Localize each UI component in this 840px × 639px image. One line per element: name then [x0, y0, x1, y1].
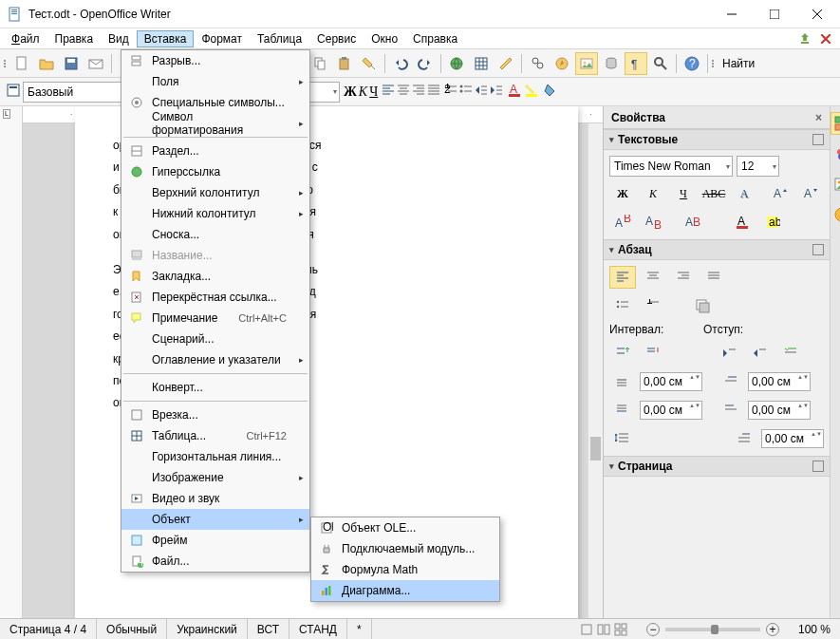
pa-numbering[interactable]: 1: [640, 294, 666, 317]
menu-window[interactable]: Окно: [364, 30, 405, 47]
menu-table[interactable]: Таблица: [250, 30, 309, 47]
inc-spacing-button[interactable]: [609, 342, 636, 365]
pa-bgcolor[interactable]: [689, 294, 716, 317]
mi-bookmark[interactable]: Закладка...: [121, 266, 309, 287]
mi-ole[interactable]: OLEОбъект OLE...: [311, 517, 499, 538]
mi-script[interactable]: Сценарий...: [121, 329, 309, 349]
pa-right[interactable]: [670, 266, 697, 289]
sidebar-highlight-button[interactable]: ab: [759, 211, 786, 234]
email-button[interactable]: [84, 52, 107, 75]
mi-footer[interactable]: Нижний колонтитул▸: [121, 203, 309, 224]
datasources-button[interactable]: [600, 52, 623, 75]
menu-format[interactable]: Формат: [194, 30, 250, 47]
align-center-button[interactable]: [397, 84, 410, 100]
vertical-scrollbar[interactable]: [588, 123, 603, 618]
status-selection[interactable]: СТАНД: [289, 619, 347, 639]
mi-caption[interactable]: Название...: [121, 245, 309, 266]
align-left-button[interactable]: [382, 84, 395, 100]
italic-button[interactable]: К: [359, 85, 367, 100]
maximize-button[interactable]: [753, 1, 795, 28]
indent-left-spin[interactable]: 0,00 см▲▼: [748, 372, 811, 391]
mi-hyperlink[interactable]: Гиперссылка: [121, 161, 309, 182]
mi-table[interactable]: Таблица...Ctrl+F12: [121, 425, 309, 446]
status-insert[interactable]: ВСТ: [248, 619, 289, 639]
pa-justify[interactable]: [700, 266, 727, 289]
mi-frame[interactable]: Врезка...: [121, 404, 309, 425]
open-button[interactable]: [35, 52, 58, 75]
status-view-buttons[interactable]: [570, 619, 637, 639]
inc-indent-button[interactable]: [490, 84, 503, 100]
more-icon[interactable]: [812, 244, 824, 255]
section-text[interactable]: Текстовые: [604, 129, 830, 150]
more-icon[interactable]: [812, 134, 824, 145]
sidebar-italic-button[interactable]: К: [640, 182, 666, 205]
dec-spacing-button[interactable]: [640, 342, 666, 365]
menu-tools[interactable]: Сервис: [309, 30, 364, 47]
sidebar-size-combo[interactable]: 12▾: [737, 156, 779, 177]
sidebar-grow-button[interactable]: A: [767, 182, 793, 205]
sidebar-strike-button[interactable]: ABC: [700, 182, 727, 205]
mi-movie[interactable]: Видео и звук: [121, 488, 309, 509]
mi-indexes[interactable]: Оглавление и указатели▸: [121, 349, 309, 370]
navigator-button[interactable]: [551, 52, 573, 75]
status-style[interactable]: Обычный: [97, 619, 167, 639]
mi-chart[interactable]: Диаграмма...: [311, 580, 499, 601]
menu-help[interactable]: Справка: [405, 30, 465, 47]
zoom-button[interactable]: [649, 52, 672, 75]
inc-indent-button[interactable]: [717, 342, 743, 365]
status-modified[interactable]: *: [347, 619, 372, 639]
underline-button[interactable]: Ч: [369, 85, 378, 100]
bold-button[interactable]: Ж: [344, 85, 357, 100]
menu-insert[interactable]: Вставка: [137, 30, 195, 47]
zoom-value[interactable]: 100 %: [789, 619, 840, 639]
highlight-button[interactable]: [524, 83, 539, 101]
pa-center[interactable]: [640, 266, 666, 289]
copy-button[interactable]: [308, 52, 331, 75]
section-paragraph[interactable]: Абзац: [604, 239, 830, 260]
mi-formatting[interactable]: Символ форматирования▸: [121, 113, 309, 134]
menu-file[interactable]: Файл: [4, 30, 47, 47]
redo-button[interactable]: [414, 52, 437, 75]
format-paint-button[interactable]: [358, 52, 381, 75]
sidebar-super-button[interactable]: AB: [609, 211, 636, 234]
toolbar-grip[interactable]: [712, 60, 714, 67]
nonprinting-button[interactable]: ¶: [625, 52, 647, 75]
menu-edit[interactable]: Правка: [47, 30, 102, 47]
mi-comment[interactable]: ПримечаниеCtrl+Alt+C: [121, 308, 309, 329]
line-spacing-button[interactable]: [609, 427, 636, 450]
sidetab-navigator[interactable]: [831, 203, 840, 226]
gallery-button[interactable]: [575, 52, 598, 75]
sidebar-sub-button[interactable]: AB: [640, 211, 666, 234]
align-right-button[interactable]: [412, 84, 425, 100]
mi-floating-frame[interactable]: Фрейм: [121, 530, 309, 551]
bullets-button[interactable]: [459, 84, 473, 100]
sidetab-gallery[interactable]: [831, 173, 840, 196]
mi-break[interactable]: Разрыв...: [121, 50, 309, 71]
mi-object[interactable]: Объект▸: [121, 509, 309, 530]
zoom-slider[interactable]: − +: [637, 619, 789, 639]
mi-hr[interactable]: Горизонтальная линия...: [121, 446, 309, 467]
sidebar-shadow-button[interactable]: A: [731, 182, 757, 205]
mi-formula[interactable]: Формула Math: [311, 559, 499, 580]
section-page[interactable]: Страница: [604, 456, 830, 477]
pa-bullets[interactable]: [609, 294, 636, 317]
save-button[interactable]: [60, 52, 83, 75]
sidetab-styles[interactable]: [831, 142, 840, 165]
sidebar-fontcolor-button[interactable]: A: [729, 211, 756, 234]
space-below-spin[interactable]: 0,00 см▲▼: [640, 401, 702, 420]
font-color-button[interactable]: A: [507, 83, 522, 101]
style-combo[interactable]: Базовый▾: [23, 82, 137, 103]
bg-color-button[interactable]: [543, 83, 558, 101]
status-page[interactable]: Страница 4 / 4: [0, 619, 97, 639]
styles-button[interactable]: [6, 83, 21, 101]
hyperlink-tb-button[interactable]: [445, 52, 468, 75]
paste-button[interactable]: [333, 52, 356, 75]
hanging-indent-button[interactable]: [777, 342, 804, 365]
close-doc-icon[interactable]: [816, 30, 835, 47]
minimize-button[interactable]: [710, 1, 753, 28]
close-icon[interactable]: ×: [815, 111, 822, 124]
close-button[interactable]: [795, 1, 838, 28]
space-above-spin[interactable]: 0,00 см▲▼: [640, 372, 702, 391]
sidebar-underline-button[interactable]: Ч: [670, 182, 697, 205]
mi-image[interactable]: Изображение▸: [121, 467, 309, 488]
